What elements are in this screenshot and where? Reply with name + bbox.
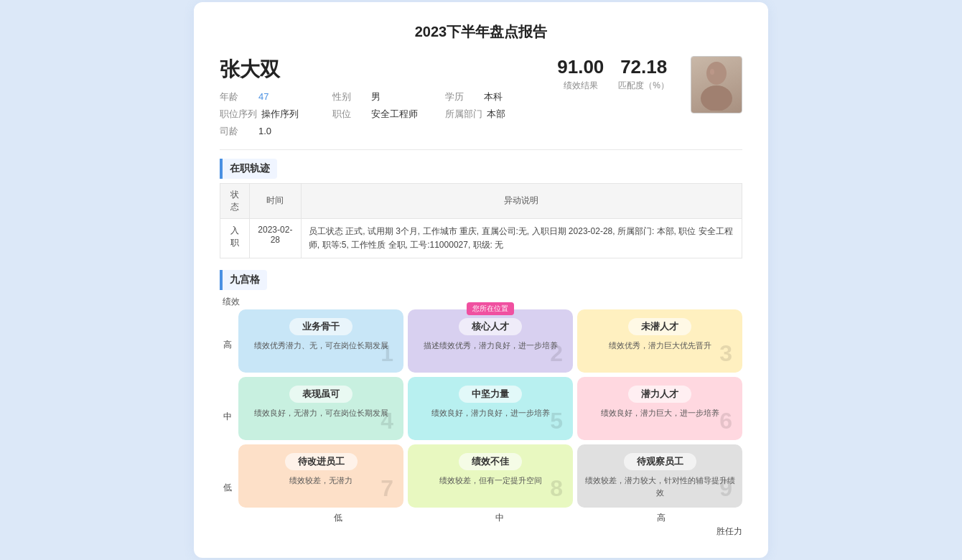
report-title: 2023下半年盘点报告 xyxy=(220,22,742,42)
job-series-label: 职位序列 xyxy=(220,108,257,121)
cell-7-number: 7 xyxy=(380,475,393,502)
cell-2-number: 2 xyxy=(550,340,563,367)
table-row: 入职 2023-02-28 员工状态 正式, 试用期 3个月, 工作城市 重庆,… xyxy=(220,218,742,258)
x-label-mid: 中 xyxy=(419,512,580,524)
svg-point-1 xyxy=(701,85,732,111)
grid-wrapper: 高 中 低 业务骨干 绩效优秀潜力、无，可在岗位长期发展 1 您所在位置 核心人… xyxy=(220,309,742,538)
score1-value: 91.00 xyxy=(557,56,604,78)
track-table: 状态 时间 异动说明 入职 2023-02-28 员工状态 正式, 试用期 3个… xyxy=(220,183,742,258)
cell-7-desc: 绩效较差，无潜力 xyxy=(289,475,352,487)
education-label: 学历 xyxy=(445,90,480,103)
grid-cell-4: 表现虽可 绩效良好，无潜力，可在岗位长期发展 4 xyxy=(238,377,403,440)
gender-label: 性别 xyxy=(332,90,367,103)
position-label: 职位 xyxy=(332,108,367,121)
grid-cell-8: 绩效不佳 绩效较差，但有一定提升空间 8 xyxy=(408,444,573,508)
row-desc: 员工状态 正式, 试用期 3个月, 工作城市 重庆, 直属公司:无, 入职日期 … xyxy=(301,218,742,258)
cell-3-title: 未潜人才 xyxy=(628,318,691,335)
divider-1 xyxy=(220,149,742,150)
svg-point-2 xyxy=(710,69,714,75)
age-row: 年龄 47 xyxy=(220,90,332,103)
job-series-value: 操作序列 xyxy=(261,108,299,121)
cell-2-title: 核心人才 xyxy=(459,318,522,335)
seniority-row: 司龄 1.0 xyxy=(220,125,332,138)
y-label-low: 低 xyxy=(223,482,232,494)
grid-cell-3: 未潜人才 绩效优秀，潜力巨大优先晋升 3 xyxy=(577,309,742,373)
cell-7-title: 待改进员工 xyxy=(285,453,358,470)
score2-label: 匹配度（%） xyxy=(618,80,669,92)
score1-label: 绩效结果 xyxy=(557,80,604,92)
cell-8-number: 8 xyxy=(550,475,563,502)
cell-8-title: 绩效不佳 xyxy=(459,453,522,470)
cell-9-desc: 绩效较差，潜力较大，针对性的辅导提升绩效 xyxy=(584,475,735,498)
grid-row-1: 业务骨干 绩效优秀潜力、无，可在岗位长期发展 1 您所在位置 核心人才 描述绩效… xyxy=(238,309,742,373)
grid-cell-5: 中坚力量 绩效良好，潜力良好，进一步培养 5 xyxy=(408,377,573,440)
cell-9-title: 待观察员工 xyxy=(624,453,696,470)
cell-2-desc: 描述绩效优秀，潜力良好，进一步培养 xyxy=(424,340,558,352)
col-status: 状态 xyxy=(220,183,250,218)
scores-avatar: 91.00 绩效结果 72.18 匹配度（%） xyxy=(557,56,742,113)
nine-grid-section: 九宫格 绩效 高 中 低 业务骨干 绩效优秀潜力、无，可在岗位长期发展 1 您所… xyxy=(220,270,742,538)
cell-6-number: 6 xyxy=(719,408,732,434)
avatar xyxy=(691,56,742,113)
department-label: 所属部门 xyxy=(445,108,482,121)
x-axis-title: 胜任力 xyxy=(238,526,742,538)
cell-5-desc: 绩效良好，潜力良好，进一步培养 xyxy=(431,407,550,419)
row-status: 入职 xyxy=(220,218,250,258)
info-grid: 年龄 47 性别 男 学历 本科 职位序列 操作序列 职位 安全工程师 xyxy=(220,90,557,138)
position-value: 安全工程师 xyxy=(371,108,418,121)
department-row: 所属部门 本部 xyxy=(445,108,558,121)
age-label: 年龄 xyxy=(220,90,254,103)
row-time: 2023-02-28 xyxy=(249,218,301,258)
y-axis-labels: 高 中 低 xyxy=(220,309,235,538)
cell-9-number: 9 xyxy=(719,475,732,502)
cell-3-number: 3 xyxy=(719,340,732,367)
x-label-high: 高 xyxy=(581,512,742,524)
seniority-label: 司龄 xyxy=(220,125,254,138)
cell-1-title: 业务骨干 xyxy=(289,318,352,335)
track-title: 在职轨迹 xyxy=(220,159,277,179)
grid-cell-6: 潜力人才 绩效良好，潜力巨大，进一步培养 6 xyxy=(577,377,742,440)
avatar-image xyxy=(691,57,742,113)
cell-4-desc: 绩效良好，无潜力，可在岗位长期发展 xyxy=(254,407,388,419)
score-block-1: 91.00 绩效结果 xyxy=(557,56,604,92)
cell-6-title: 潜力人才 xyxy=(628,386,691,403)
nine-grid-title: 九宫格 xyxy=(220,270,267,290)
track-section: 在职轨迹 状态 时间 异动说明 入职 2023-02-28 员工状态 正式, 试… xyxy=(220,159,742,258)
current-position-badge: 您所在位置 xyxy=(467,302,514,315)
score-block-2: 72.18 匹配度（%） xyxy=(618,56,669,92)
department-value: 本部 xyxy=(487,108,505,121)
seniority-value: 1.0 xyxy=(258,126,271,136)
position-row: 职位 安全工程师 xyxy=(332,108,445,121)
score-section: 91.00 绩效结果 72.18 匹配度（%） xyxy=(557,56,669,92)
x-label-low: 低 xyxy=(257,512,419,524)
cell-3-desc: 绩效优秀，潜力巨大优先晋升 xyxy=(609,340,711,352)
grid-cell-2: 您所在位置 核心人才 描述绩效优秀，潜力良好，进一步培养 2 xyxy=(408,309,573,373)
employee-name: 张大双 xyxy=(220,56,557,83)
name-info: 张大双 年龄 47 性别 男 学历 本科 职位序列 操作序列 xyxy=(220,56,557,138)
grid-cell-1: 业务骨干 绩效优秀潜力、无，可在岗位长期发展 1 xyxy=(238,309,403,373)
education-row: 学历 本科 xyxy=(445,90,558,103)
gender-row: 性别 男 xyxy=(332,90,445,103)
svg-point-0 xyxy=(706,62,727,85)
grid-row-2: 表现虽可 绩效良好，无潜力，可在岗位长期发展 4 中坚力量 绩效良好，潜力良好，… xyxy=(238,377,742,440)
cell-4-title: 表现虽可 xyxy=(289,386,352,403)
gender-value: 男 xyxy=(371,90,380,103)
cell-6-desc: 绩效良好，潜力巨大，进一步培养 xyxy=(601,407,719,419)
grid-cell-7: 待改进员工 绩效较差，无潜力 7 xyxy=(238,444,403,508)
cell-5-number: 5 xyxy=(550,408,563,434)
header-section: 张大双 年龄 47 性别 男 学历 本科 职位序列 操作序列 xyxy=(220,56,742,138)
y-label-high: 高 xyxy=(223,339,232,351)
x-axis-labels: 低 中 高 xyxy=(238,512,742,524)
cell-5-title: 中坚力量 xyxy=(459,386,522,403)
col-time: 时间 xyxy=(249,183,301,218)
grid-cell-9: 待观察员工 绩效较差，潜力较大，针对性的辅导提升绩效 9 xyxy=(577,444,742,508)
nine-grid-header: 九宫格 xyxy=(220,270,742,290)
cell-8-desc: 绩效较差，但有一定提升空间 xyxy=(439,475,542,487)
score2-value: 72.18 xyxy=(618,56,669,78)
report-container: 2023下半年盘点报告 张大双 年龄 47 性别 男 学历 本科 职位序列 xyxy=(194,2,768,558)
cell-1-number: 1 xyxy=(380,340,393,367)
age-value: 47 xyxy=(258,91,268,102)
grid-row-3: 待改进员工 绩效较差，无潜力 7 绩效不佳 绩效较差，但有一定提升空间 8 待观… xyxy=(238,444,742,508)
col-desc: 异动说明 xyxy=(301,183,742,218)
y-label-mid: 中 xyxy=(223,411,232,423)
